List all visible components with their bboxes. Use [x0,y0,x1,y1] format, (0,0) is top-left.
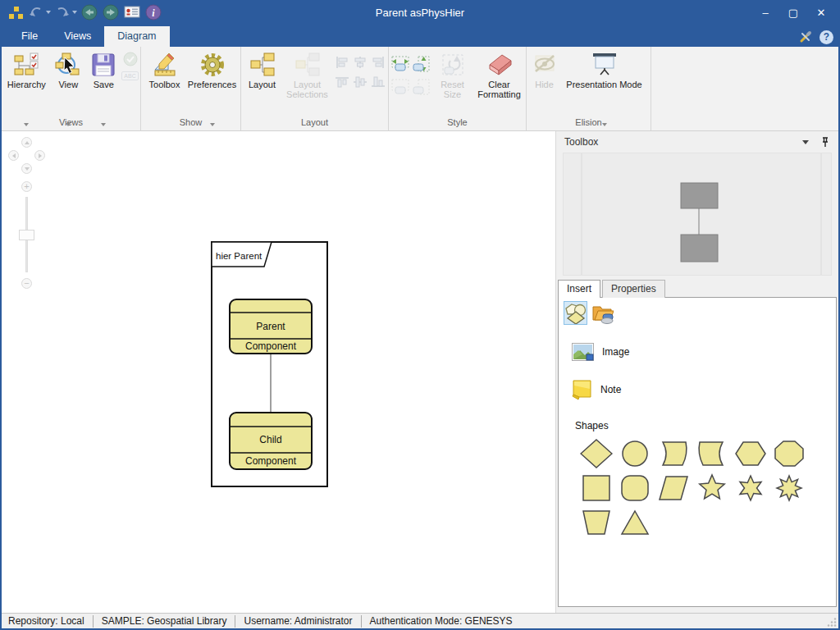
size-width-both-icon [390,76,410,98]
node-child[interactable]: Child Component [230,413,312,469]
insert-item-note[interactable]: Note [572,379,831,400]
group-label-show: Show [141,117,240,130]
close-button[interactable]: ✕ [807,0,835,25]
view-dropdown-icon[interactable] [66,123,71,126]
shape-trapezoid[interactable] [577,505,615,540]
hierarchy-dropdown-icon[interactable] [24,123,29,126]
redo-dropdown-icon[interactable] [72,11,77,14]
tab-views[interactable]: Views [51,26,104,47]
maximize-button[interactable]: ▢ [779,0,807,25]
preferences-dropdown-icon[interactable] [210,123,215,126]
zoom-in-button[interactable]: + [21,181,32,192]
node-parent[interactable]: Parent Component [230,299,312,354]
clear-formatting-button[interactable]: Clear Formatting [474,50,525,116]
undo-dropdown-icon[interactable] [46,11,51,14]
size-width-icon[interactable] [390,53,410,75]
group-label-style: Style [389,117,526,130]
shape-wave-left[interactable] [692,436,731,471]
tab-properties[interactable]: Properties [602,280,665,298]
align-top-icon [334,73,350,91]
presentation-mode-button[interactable]: Presentation Mode [561,50,648,116]
navigate-back-icon[interactable] [80,3,98,21]
preview-node-parent [681,183,718,208]
status-bar: Repository: Local SAMPLE: Geospatial Lib… [2,613,838,628]
shape-rounded-square[interactable] [615,471,654,505]
insert-tab-content: Image Note Shapes [558,297,837,607]
align-bottom-icon [370,73,386,91]
layout-button[interactable]: Layout [244,50,281,116]
shape-triangle[interactable] [615,505,654,540]
save-dropdown-icon[interactable] [101,123,106,126]
presentation-mode-dropdown-icon[interactable] [602,123,607,126]
shape-star-5[interactable] [692,471,731,505]
pan-left-button[interactable] [8,150,19,161]
align-middle-icon [352,73,368,91]
diagram-overview-preview[interactable] [563,153,832,276]
resize-grip[interactable] [827,617,837,627]
pan-down-button[interactable] [21,163,32,174]
diagram-canvas[interactable]: + − hier Parent Parent Component Ch [2,131,555,613]
reset-size-button: Reset Size [433,50,472,116]
preferences-button[interactable]: Preferences [187,50,238,116]
insert-item-image[interactable]: Image [572,343,831,361]
shape-parallelogram[interactable] [654,471,692,505]
shape-star-6[interactable] [731,471,769,505]
ribbon-group-show: Toolbox Preferences Show [141,47,241,130]
pan-right-button[interactable] [34,150,45,161]
contact-card-icon[interactable] [123,3,141,21]
pin-icon[interactable] [820,136,830,148]
insert-toolbar [564,301,831,325]
shape-square[interactable] [577,471,615,505]
zoom-out-button[interactable]: − [21,278,32,289]
toolbox-panel-title: Toolbox [564,136,802,148]
tab-insert[interactable]: Insert [558,280,600,298]
size-height-icon[interactable] [412,53,431,75]
note-icon [572,379,592,400]
gear-icon [199,50,226,80]
ribbon-group-elision: Hide Presentation Mode Elision [527,47,651,130]
pan-up-button[interactable] [21,137,32,148]
node-child-subtitle: Component [245,455,297,467]
shapes-tool-button[interactable] [564,301,587,325]
node-parent-title: Parent [256,321,285,332]
tab-diagram[interactable]: Diagram [104,26,169,47]
insert-item-image-label: Image [602,346,629,358]
toolbox-panel: Toolbox Insert Properties [555,131,838,613]
check-icon [121,52,138,66]
hierarchy-button[interactable]: Hierarchy [3,50,49,116]
zoom-slider-thumb[interactable] [19,230,34,240]
toolbox-button[interactable]: Toolbox [144,50,185,116]
status-project: SAMPLE: Geospatial Library [94,615,236,628]
align-left-icon [334,53,350,71]
minimize-button[interactable]: – [751,0,779,25]
shape-star-8[interactable] [769,471,808,505]
undo-button[interactable] [28,5,51,20]
tools-icon[interactable] [798,30,813,44]
spelling-abc-icon: ABC [121,71,138,80]
shapes-palette [577,436,831,540]
shape-hexagon[interactable] [731,436,769,471]
toolbox-icon [152,50,178,80]
save-button[interactable]: Save [87,50,120,116]
redo-button[interactable] [54,5,77,20]
navigate-forward-icon[interactable] [102,3,120,21]
size-height-both-icon [412,76,431,98]
window-controls: – ▢ ✕ [751,0,835,25]
shape-diamond[interactable] [577,436,615,471]
shape-circle[interactable] [615,436,654,471]
shape-wave-right[interactable] [654,436,692,471]
layout-selections-button: Layout Selections [283,50,332,116]
info-icon[interactable]: i [144,3,162,21]
ribbon-group-views: Hierarchy View Save [2,47,141,130]
view-button[interactable]: View [51,50,85,116]
save-icon [91,50,116,80]
group-label-layout: Layout [241,117,388,130]
app-logo-icon[interactable] [7,3,25,21]
tab-file[interactable]: File [8,26,51,47]
node-child-title: Child [259,434,281,445]
preview-node-child [681,235,718,262]
help-icon[interactable]: ? [819,30,833,44]
folder-shapes-button[interactable] [591,301,614,325]
panel-dropdown-icon[interactable] [802,140,809,144]
shape-octagon[interactable] [769,436,808,471]
